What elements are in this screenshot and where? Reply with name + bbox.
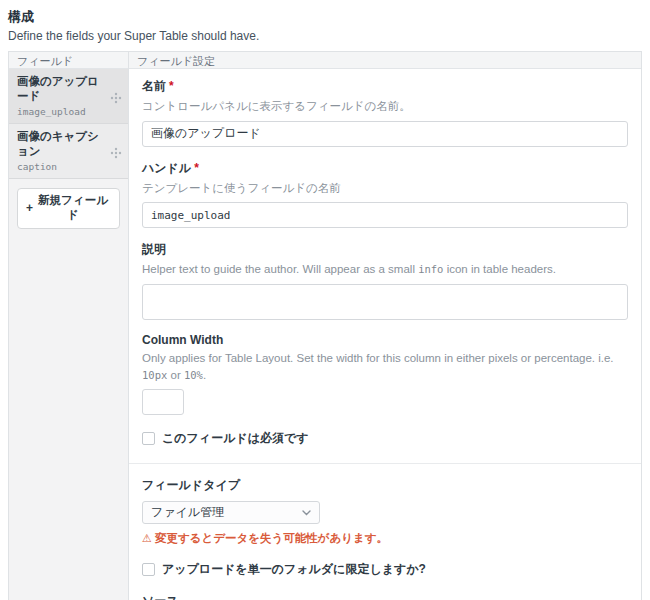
super-table-config: フィールド 画像のアップロード image_upload 画像のキャプション c… [8,51,642,600]
sidebar-item-text: 画像のキャプション caption [17,129,110,172]
settings-column-header: フィールド設定 [129,52,641,69]
handle-instructions: テンプレートに使うフィールドの名前 [142,180,628,197]
column-width-section: Column Width Only applies for Table Layo… [142,333,628,415]
info-code: info [418,263,443,275]
column-width-label: Column Width [142,333,628,347]
description-field-section: 説明 Helper text to guide the author. Will… [142,241,628,320]
required-asterisk: * [194,161,199,175]
section-divider [129,463,641,464]
sources-section: ソース ファイル管理はどのソースから選択しますか? 全て アップロード [142,593,628,600]
field-type-label: フィールドタイプ [142,477,628,494]
description-instructions: Helper text to guide the author. Will ap… [142,261,628,278]
sources-label: ソース [142,593,628,600]
column-width-input[interactable] [142,389,184,415]
name-instructions: コントロールパネルに表示するフィールドの名前。 [142,98,628,115]
field-type-select[interactable]: ファイル管理 [142,501,320,524]
field-type-section: フィールドタイプ ファイル管理 ⚠変更するとデータを失う可能性があります。 [142,477,628,546]
required-asterisk: * [169,79,174,93]
single-folder-checkbox[interactable] [142,563,155,576]
page-title: 構成 [8,8,642,26]
description-label: 説明 [142,241,628,258]
description-textarea[interactable] [142,284,628,320]
single-folder-row: アップロードを単一のフォルダに限定しますか? [142,561,628,578]
super-table-settings-page: 構成 Define the fields your Super Table sh… [0,0,650,600]
data-loss-warning: ⚠変更するとデータを失う可能性があります。 [142,531,628,546]
single-folder-checkbox-label[interactable]: アップロードを単一のフォルダに限定しますか? [162,561,426,578]
name-input[interactable] [142,121,628,147]
handle-input[interactable] [142,202,628,228]
field-settings-panel: フィールド設定 名前* コントロールパネルに表示するフィールドの名前。 ハンドル… [129,52,641,600]
drag-handle-icon[interactable] [110,90,122,102]
chevron-down-icon [302,510,311,516]
settings-body: 名前* コントロールパネルに表示するフィールドの名前。 ハンドル* テンプレート… [129,69,641,600]
plus-icon: + [26,201,33,215]
fields-sidebar: フィールド 画像のアップロード image_upload 画像のキャプション c… [9,52,129,600]
field-item-handle: image_upload [17,106,110,117]
new-field-wrap: + 新規フィールド [9,179,128,238]
field-item-handle: caption [17,161,110,172]
sidebar-item-image-upload[interactable]: 画像のアップロード image_upload [9,69,128,124]
required-field-row: このフィールドは必須です [142,430,628,447]
handle-field-section: ハンドル* テンプレートに使うフィールドの名前 [142,160,628,229]
fields-column-header: フィールド [9,52,128,69]
field-type-selected-value: ファイル管理 [151,504,224,521]
width-px-code: 10px [142,369,167,381]
required-checkbox-label[interactable]: このフィールドは必須です [162,430,309,447]
field-item-name: 画像のアップロード [17,74,110,104]
required-checkbox[interactable] [142,432,155,445]
add-new-field-button[interactable]: + 新規フィールド [17,188,120,229]
name-field-section: 名前* コントロールパネルに表示するフィールドの名前。 [142,78,628,147]
width-percent-code: 10% [184,369,203,381]
sidebar-item-text: 画像のアップロード image_upload [17,74,110,117]
warning-icon: ⚠ [142,532,152,544]
field-item-name: 画像のキャプション [17,129,110,159]
sidebar-item-caption[interactable]: 画像のキャプション caption [9,124,128,179]
page-subtitle: Define the fields your Super Table shoul… [8,29,642,43]
drag-handle-icon[interactable] [110,145,122,157]
column-width-instructions: Only applies for Table Layout. Set the w… [142,350,628,383]
name-label: 名前* [142,78,628,95]
add-new-field-label: 新規フィールド [37,193,109,223]
handle-label: ハンドル* [142,160,628,177]
